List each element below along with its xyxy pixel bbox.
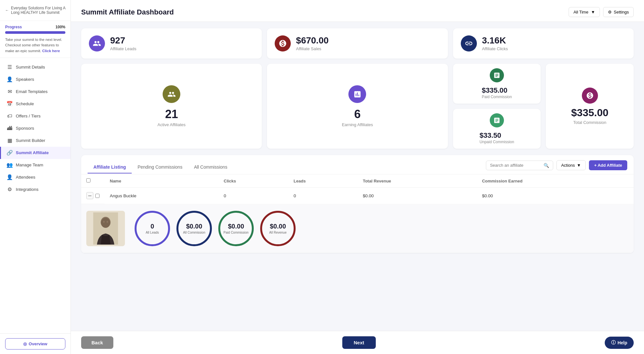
- help-button[interactable]: ⓘ Help: [605, 337, 634, 349]
- affiliate-clicks-card: 3.16K Affiliate Clicks: [453, 28, 634, 59]
- paid-commission-value: $335.00: [482, 86, 512, 95]
- sidebar-item-summit-affiliate[interactable]: 🔗 Summit Affiliate: [0, 147, 71, 159]
- unpaid-commission-icon: [490, 113, 504, 127]
- calendar-icon: 📅: [7, 101, 13, 107]
- back-button[interactable]: Back: [81, 336, 113, 349]
- next-button[interactable]: Next: [342, 336, 376, 349]
- progress-bar-background: [5, 31, 65, 34]
- earning-affiliates-value: 6: [354, 107, 361, 121]
- tab-all-commissions[interactable]: All Commissions: [188, 161, 233, 173]
- sidebar-item-sponsors[interactable]: 🏙 Sponsors: [0, 122, 71, 135]
- affiliate-leads-info: 927 Affiliate Leads: [110, 36, 136, 51]
- sidebar-header: ← Everyday Solutions For Living A Long H…: [0, 0, 71, 21]
- earning-affiliates-card: 6 Earning Affiliates: [267, 64, 448, 149]
- unpaid-commission-card: $33.50 Unpaid Commission: [453, 109, 541, 149]
- page-title: Summit Affiliate Dashboard: [81, 8, 174, 16]
- circle-all-revenue-value: $0.00: [270, 223, 286, 230]
- circle-stat-all-revenue: $0.00 All Revenue: [260, 211, 296, 246]
- paid-unpaid-stack: $335.00 Paid Commission $33.50 Unpaid Co…: [453, 64, 541, 149]
- affiliate-sales-info: $670.00 Affiliate Sales: [296, 36, 328, 51]
- row-revenue: $0.00: [358, 188, 477, 204]
- sidebar-item-summit-builder[interactable]: ▦ Summit Builder: [0, 135, 71, 147]
- sidebar-back-button[interactable]: ← Everyday Solutions For Living A Long H…: [5, 6, 65, 15]
- progress-percentage: 100%: [55, 25, 65, 29]
- total-commission-card: $335.00 Total Commission: [546, 64, 634, 149]
- earning-affiliates-label: Earning Affiliates: [342, 122, 373, 127]
- affiliate-clicks-label: Affiliate Clicks: [482, 46, 508, 51]
- sidebar-item-label: Integrations: [16, 187, 39, 192]
- tab-pending-commissions[interactable]: Pending Commissions: [132, 161, 188, 173]
- sidebar-item-speakers[interactable]: 👤 Speakers: [0, 73, 71, 86]
- grid-icon: ▦: [7, 138, 13, 144]
- circle-stat-all-commission: $0.00 All Commission: [176, 211, 212, 246]
- actions-dropdown-button[interactable]: Actions ▼: [556, 160, 586, 170]
- commission-cards: $335.00 Paid Commission $33.50 Unpaid Co…: [453, 64, 634, 149]
- unpaid-commission-label: Unpaid Commission: [479, 140, 514, 144]
- bottom-navigation: Back Next ⓘ Help: [71, 331, 644, 354]
- svg-point-3: [103, 221, 105, 223]
- search-affiliate-input[interactable]: [490, 163, 542, 168]
- col-header-name: Name: [105, 174, 219, 188]
- tag-icon: 🏷: [7, 113, 13, 119]
- affiliate-clicks-info: 3.16K Affiliate Clicks: [482, 36, 508, 51]
- affiliate-leads-card: 927 Affiliate Leads: [81, 28, 262, 59]
- main-content: Summit Affiliate Dashboard All Time ▼ ⚙ …: [71, 0, 644, 354]
- select-all-checkbox[interactable]: [86, 178, 90, 182]
- active-affiliates-label: Active Affiliates: [157, 122, 185, 127]
- sidebar-nav: ☰ Summit Details 👤 Speakers ✉ Email Temp…: [0, 58, 71, 333]
- help-circle-icon: ⓘ: [611, 340, 616, 346]
- circle-paid-commission-label: Paid Commission: [223, 231, 249, 234]
- col-header-leads: Leads: [289, 174, 358, 188]
- sidebar-item-offers-tiers[interactable]: 🏷 Offers / Tiers: [0, 110, 71, 122]
- time-selector-label: All Time: [573, 10, 588, 14]
- active-affiliates-value: 21: [165, 107, 178, 121]
- tab-affiliate-listing[interactable]: Affiliate Listing: [88, 161, 132, 173]
- settings-button[interactable]: ⚙ Settings: [603, 7, 634, 17]
- header-controls: All Time ▼ ⚙ Settings: [569, 7, 634, 17]
- progress-tip-link[interactable]: Click here: [42, 49, 60, 53]
- row-clicks: 0: [219, 188, 289, 204]
- commission-split: $335.00 Paid Commission $33.50 Unpaid Co…: [453, 64, 634, 149]
- next-label: Next: [354, 340, 365, 345]
- row-name: Angus Buckle: [105, 188, 219, 204]
- search-affiliate-wrap: 🔍: [486, 161, 553, 170]
- active-affiliates-card: 21 Active Affiliates: [81, 64, 262, 149]
- sidebar-item-summit-details[interactable]: ☰ Summit Details: [0, 61, 71, 73]
- sidebar-item-attendees[interactable]: 👤 Attendees: [0, 171, 71, 183]
- person-icon: 👤: [7, 77, 13, 82]
- paid-commission-info: $335.00 Paid Commission: [482, 86, 512, 99]
- affiliate-sales-label: Affiliate Sales: [296, 46, 328, 51]
- affiliate-table: Name Clicks Leads Total Revenue Commissi…: [81, 174, 634, 253]
- sidebar-item-email-templates[interactable]: ✉ Email Templates: [0, 86, 71, 98]
- circle-all-leads-value: 0: [150, 223, 154, 230]
- sidebar-item-label: Attendees: [16, 175, 35, 180]
- affiliate-sales-icon: [275, 35, 291, 51]
- add-affiliate-button[interactable]: + Add Affiliate: [589, 160, 627, 170]
- attendees-icon: 👤: [7, 174, 13, 180]
- back-arrow-icon: ←: [5, 8, 9, 13]
- affiliate-leads-label: Affiliate Leads: [110, 46, 136, 51]
- sidebar-item-manage-team[interactable]: 👥 Manage Team: [0, 159, 71, 171]
- circle-all-leads-label: All Leads: [146, 231, 159, 234]
- listing-tabs: Affiliate Listing Pending Commissions Al…: [88, 161, 233, 173]
- row-checkbox[interactable]: [95, 194, 99, 198]
- sidebar-item-label: Manage Team: [16, 163, 43, 167]
- col-header-revenue: Total Revenue: [358, 174, 477, 188]
- stats-row-1: 927 Affiliate Leads $670.00 Affiliate Sa…: [71, 22, 644, 59]
- progress-bar-fill: [5, 31, 65, 34]
- progress-section: Progress 100% Take your summit to the ne…: [0, 21, 71, 58]
- sidebar-footer: ◎ Overview: [0, 333, 71, 354]
- sidebar-item-label: Offers / Tiers: [16, 114, 41, 118]
- active-affiliates-icon: [163, 85, 180, 103]
- svg-point-4: [107, 221, 108, 223]
- row-checkbox-cell: ─: [81, 188, 105, 204]
- sidebar: ← Everyday Solutions For Living A Long H…: [0, 0, 71, 354]
- sidebar-item-schedule[interactable]: 📅 Schedule: [0, 98, 71, 110]
- overview-button[interactable]: ◎ Overview: [5, 338, 65, 349]
- row-leads: 0: [289, 188, 358, 204]
- row-expand-button[interactable]: ─: [86, 192, 93, 199]
- actions-label: Actions: [561, 163, 575, 168]
- time-selector[interactable]: All Time ▼: [569, 7, 600, 17]
- sidebar-item-integrations[interactable]: ⚙ Integrations: [0, 183, 71, 196]
- affiliate-sales-card: $670.00 Affiliate Sales: [267, 28, 448, 59]
